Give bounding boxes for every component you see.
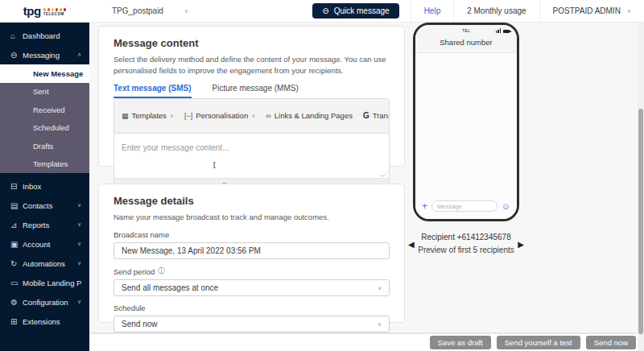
recipient-preview-nav: ◀ Recipient +61412345678 Preview of firs… [407,231,526,257]
contacts-icon: ▤ [10,201,23,210]
chevron-down-icon: ∨ [77,241,81,247]
sidebar-item-mobile-landing-pages[interactable]: ▭ Mobile Landing Pages [0,273,89,292]
broadcast-name-label: Broadcast name [114,230,390,239]
sidebar-item-contacts[interactable]: ▤ Contacts ∨ [0,196,89,215]
phone-message-input[interactable]: Message [431,200,497,212]
plus-icon[interactable]: + [422,201,427,211]
account-menu[interactable]: POSTPAID ADMIN ∨ [539,0,644,22]
phone-composer: + Message ☺ [415,197,517,219]
messaging-submenu: New Message Sent Received Scheduled Draf… [0,64,89,173]
logo-dot [60,8,63,11]
recipient-preview-text: Recipient +61412345678 Preview of first … [416,231,517,257]
resize-handle[interactable] [379,171,389,176]
sidebar-item-templates[interactable]: Templates [0,155,89,174]
send-period-select[interactable]: Send all messages at once ∨ [114,279,390,296]
logo-dot [64,8,67,11]
sidebar-item-dashboard[interactable]: ⌂ Dashboard [0,26,89,45]
sidebar-item-received[interactable]: Received [0,101,89,119]
send-yourself-test-button[interactable]: Send yourself a test [497,336,580,349]
automations-icon: ↻ [10,259,23,268]
recipient-number: Recipient +61412345678 [421,233,510,242]
logo-dot [47,8,51,11]
next-recipient-arrow[interactable]: ▶ [516,238,526,250]
sidebar-item-account[interactable]: ▣ Account ∨ [0,234,89,254]
editor-toolbar: ▦ Templates ∨ [−] Personalisation ∨ ∞ Li… [114,99,389,134]
chevron-down-icon: ∨ [77,202,81,209]
editor-placeholder: Enter your message content... [122,143,229,152]
emoji-icon[interactable]: ☺ [502,202,510,211]
sidebar-item-reports[interactable]: ⊿ Reports ∨ [0,215,89,234]
recipient-preview-note: Preview of first 5 recipients [418,246,514,254]
sidebar-item-drafts[interactable]: Drafts [0,137,89,155]
sidebar-item-scheduled[interactable]: Scheduled [0,119,89,138]
home-icon: ⌂ [10,31,23,40]
tab-picture-message-mms[interactable]: Picture message (MMS) [213,84,299,98]
phone-sender-header: Shared number [415,35,517,53]
inbox-icon: ⊟ [10,182,23,191]
message-details-description: Name your message broadcast to track and… [114,212,390,223]
workspace-label: TPG_postpaid [112,6,163,15]
message-content-textarea[interactable]: Enter your message content... I [114,134,389,178]
gear-icon: ⚙ [10,298,23,307]
google-translate-icon: G [363,111,369,120]
quick-message-icon: ⊖ [322,7,328,15]
sidebar-item-sent[interactable]: Sent [0,83,89,101]
mobile-landing-icon: ▭ [10,279,23,287]
quick-message-label: Quick message [334,6,390,15]
links-landing-pages-button[interactable]: ∞ Links & Landing Pages [266,111,353,120]
phone-message-area [415,53,517,197]
chevron-down-icon: ∨ [170,113,174,119]
message-details-title: Message details [114,195,390,207]
info-icon[interactable]: ⓘ [158,266,165,276]
sidebar-nav: ⌂ Dashboard ⊖ Messaging ∧ New Message Se… [0,23,89,351]
message-editor-group: ▦ Templates ∨ [−] Personalisation ∨ ∞ Li… [114,98,390,196]
text-cursor: I [213,160,216,171]
logo-dot [43,8,47,11]
phone-preview: TEL Shared number + Message ☺ [413,23,519,221]
tab-text-message-sms[interactable]: Text message (SMS) [114,84,192,98]
account-icon: ▣ [10,240,23,249]
schedule-label: Schedule [114,304,390,312]
send-now-button[interactable]: Send now [586,336,636,349]
logo-dots [43,8,67,11]
personalisation-dropdown[interactable]: [−] Personalisation ∨ [184,111,255,120]
header-actions: ⊖ Quick message Help 2 Monthly usage POS… [312,0,644,22]
chevron-down-icon: ∨ [378,321,382,328]
signal-icon [496,28,502,33]
logo-dot [56,8,59,11]
previous-recipient-arrow[interactable]: ◀ [407,238,416,250]
workspace-selector[interactable]: TPG_postpaid ∨ [112,6,188,15]
translate-dropdown[interactable]: G Translate ∨ [363,111,390,120]
save-as-draft-button[interactable]: Save as draft [430,336,491,349]
chevron-down-icon: ∨ [77,221,81,228]
top-header: tpg TELECOM TPG_postpaid ∨ ⊖ Quick messa… [0,0,644,23]
monthly-usage-link[interactable]: 2 Monthly usage [453,0,539,22]
reports-icon: ⊿ [10,221,23,229]
action-footer: Save as draft Send yourself a test Send … [89,334,644,351]
scrollbar-thumb[interactable] [638,109,643,334]
help-link[interactable]: Help [411,0,454,22]
phone-status-bar: TEL [415,25,517,35]
link-icon: ∞ [266,112,270,120]
chevron-up-icon: ∧ [77,52,81,58]
sidebar-item-extensions[interactable]: ⊞ Extensions [0,312,89,331]
message-content-title: Message content [114,37,390,49]
quick-message-button[interactable]: ⊖ Quick message [312,3,398,19]
chevron-down-icon: ∨ [77,299,81,305]
schedule-select[interactable]: Send now ∨ [114,316,390,332]
templates-dropdown[interactable]: ▦ Templates ∨ [122,111,174,120]
sidebar-item-new-message[interactable]: New Message [0,64,89,83]
message-type-tabs: Text message (SMS) Picture message (MMS) [114,84,390,98]
broadcast-name-field[interactable]: New Message, 13 April 2022 03:56 PM [114,242,390,259]
sidebar-item-messaging[interactable]: ⊖ Messaging ∧ [0,45,89,64]
chevron-down-icon: ∨ [184,8,188,14]
message-details-card: Message details Name your message broadc… [98,184,405,323]
logo-mark: TELECOM [43,8,67,16]
sidebar-item-automations[interactable]: ↻ Automations ∨ [0,254,89,273]
sidebar-item-configuration[interactable]: ⚙ Configuration ∨ [0,292,89,312]
sidebar-item-inbox[interactable]: ⊟ Inbox [0,176,89,196]
templates-icon: ▦ [122,112,129,120]
battery-icon [503,30,510,33]
vertical-scrollbar[interactable] [638,23,644,351]
personalisation-icon: [−] [184,112,192,120]
